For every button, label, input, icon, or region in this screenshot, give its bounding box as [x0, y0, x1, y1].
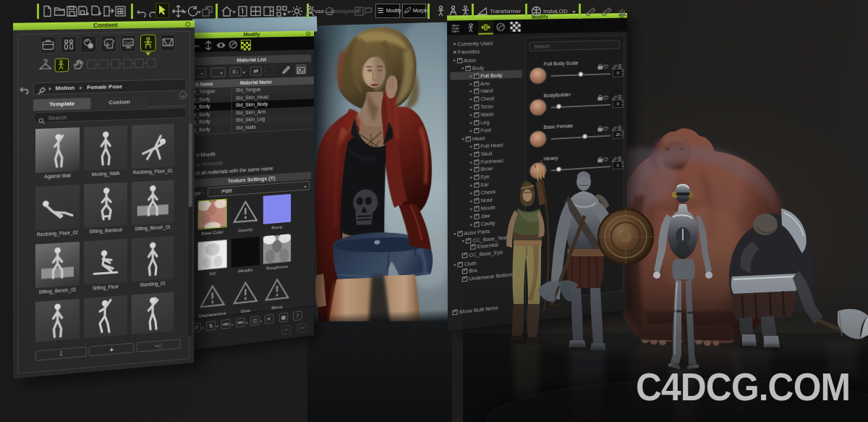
- svg-text:DaZ: DaZ: [125, 41, 133, 45]
